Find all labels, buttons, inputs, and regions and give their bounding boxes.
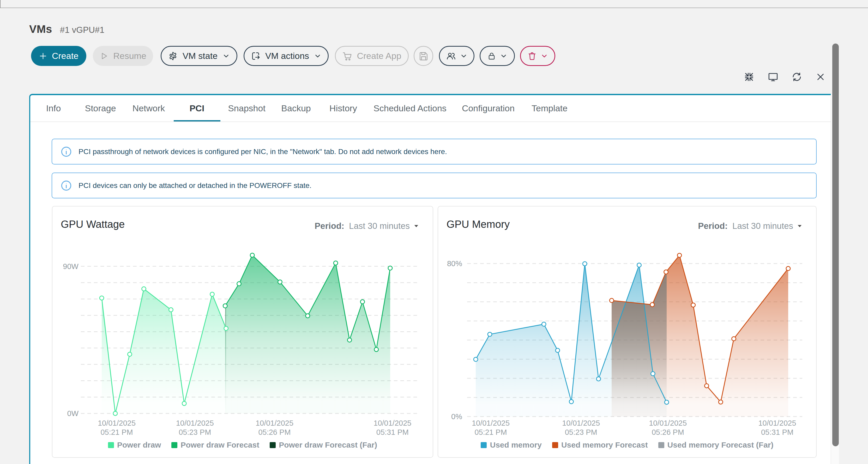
resume-button[interactable]: Resume [93,46,153,66]
data-point-marker [732,336,736,341]
data-point-marker [651,372,655,376]
tab-pci[interactable]: PCI [190,95,205,122]
series-overlap-area [225,304,226,413]
active-tab-underline [174,120,220,122]
scrollbar-thumb[interactable] [832,43,839,446]
data-point-marker [474,357,478,362]
gpu-memory-card: 80%0%10/01/202505:21 PM10/01/202505:23 P… [438,206,817,458]
data-point-marker [142,287,146,291]
chart-card-header: GPU Wattage Period: Last 30 minutes [53,206,433,235]
y-axis-label-bottom: 0% [451,412,462,421]
tab-history[interactable]: History [330,95,357,122]
tab-backup[interactable]: Backup [281,95,311,122]
refresh-icon [791,71,802,82]
series-area-0 [102,289,226,413]
page-title: VMs [29,23,52,35]
create-button-label: Create [52,51,79,61]
tab-info[interactable]: Info [46,95,61,122]
legend-label: Power draw Forecast (Far) [279,440,377,450]
x-axis-label-date: 10/01/2025 [562,419,600,427]
x-axis-label-date: 10/01/2025 [98,419,135,427]
monitor-button[interactable] [767,71,779,82]
data-point-marker [182,401,186,406]
x-axis-label-date: 10/01/2025 [472,419,509,427]
legend-item-used-memory-forecast[interactable]: Used memory Forecast [552,440,648,450]
vm-state-button-label: VM state [183,51,218,61]
collapse-button[interactable] [743,71,755,82]
x-axis-label-time: 05:21 PM [474,428,507,436]
series-area-1 [225,255,390,413]
data-point-marker [596,377,601,381]
legend-swatch [108,442,114,448]
trash-icon [527,52,537,61]
data-point-marker [705,384,709,388]
ownership-button[interactable] [439,46,474,66]
play-icon [100,52,108,61]
vm-detail-panel: InfoStorageNetworkPCISnapshotBackupHisto… [29,94,831,464]
gpu-memory-chart: 80%0%10/01/202505:21 PM10/01/202505:23 P… [438,206,817,458]
x-axis-label-time: 05:23 PM [565,428,597,436]
resume-button-label: Resume [113,51,146,61]
legend-item-used-memory[interactable]: Used memory [481,440,541,450]
chart-card-header: GPU Memory Period: Last 30 minutes [438,206,816,235]
alert-text: PCI devices can only be attached or deta… [79,181,311,190]
data-point-marker [569,400,574,404]
data-point-marker [677,253,682,257]
data-point-marker [637,263,641,267]
legend-item-used-memory-forecast-far-[interactable]: Used memory Forecast (Far) [658,440,774,450]
data-point-marker [169,308,173,312]
period-select[interactable]: Period: Last 30 minutes [314,221,419,231]
create-button[interactable]: Create [31,46,86,66]
refresh-button[interactable] [791,71,803,82]
header: VMs #1 vGPU#1 [29,23,104,35]
x-axis-label-time: 05:26 PM [652,428,684,436]
legend-label: Power draw Forecast [181,440,259,450]
vm-state-button[interactable]: VM state [161,46,237,66]
page-subtitle: #1 vGPU#1 [60,25,104,35]
x-axis-label-date: 10/01/2025 [256,419,293,427]
legend-item-power-draw-forecast[interactable]: Power draw Forecast [172,440,259,450]
tab-scheduled-actions[interactable]: Scheduled Actions [373,95,446,122]
data-point-marker [718,400,723,404]
close-icon [816,72,825,81]
data-point-marker [224,326,228,331]
top-strip-left-edge [0,0,1,8]
gpu-wattage-chart: 90W0W10/01/202505:21 PM10/01/202505:23 P… [53,206,434,458]
x-axis-label-time: 05:31 PM [761,428,794,436]
create-app-button-label: Create App [357,51,401,61]
monitor-icon [768,71,779,82]
data-point-marker [210,292,214,296]
y-axis-label-top: 90W [63,262,79,271]
alert-text: PCI passthrough of network devices is co… [79,147,447,156]
users-icon [446,51,456,61]
tab-storage[interactable]: Storage [85,95,116,122]
x-axis-label-date: 10/01/2025 [176,419,214,427]
lock-button[interactable] [479,46,515,66]
vm-actions-button[interactable]: VM actions [244,46,329,66]
x-axis-label-time: 05:26 PM [258,428,290,436]
lock-icon [487,52,496,61]
legend-item-power-draw[interactable]: Power draw [108,440,161,450]
save-button[interactable] [414,46,433,66]
gpu-wattage-card: 90W0W10/01/202505:21 PM10/01/202505:23 P… [52,206,433,458]
legend-swatch [481,442,487,448]
data-point-marker [691,303,695,307]
legend-item-power-draw-forecast-far-[interactable]: Power draw Forecast (Far) [270,440,377,450]
data-point-marker [361,300,365,304]
tab-template[interactable]: Template [531,95,567,122]
tab-configuration[interactable]: Configuration [462,95,515,122]
tab-snapshot[interactable]: Snapshot [228,95,266,122]
period-select[interactable]: Period: Last 30 minutes [698,221,803,231]
y-axis-label-top: 80% [447,259,462,268]
delete-button[interactable] [520,46,555,66]
tab-network[interactable]: Network [132,95,165,122]
data-point-marker [786,266,790,271]
x-axis-label-date: 10/01/2025 [373,419,411,427]
data-point-marker [100,296,104,300]
info-icon [61,146,72,157]
legend-label: Power draw [117,440,161,450]
create-app-button[interactable]: Create App [335,46,409,66]
top-strip [0,0,868,8]
close-button[interactable] [815,71,826,82]
legend-swatch [658,442,664,448]
